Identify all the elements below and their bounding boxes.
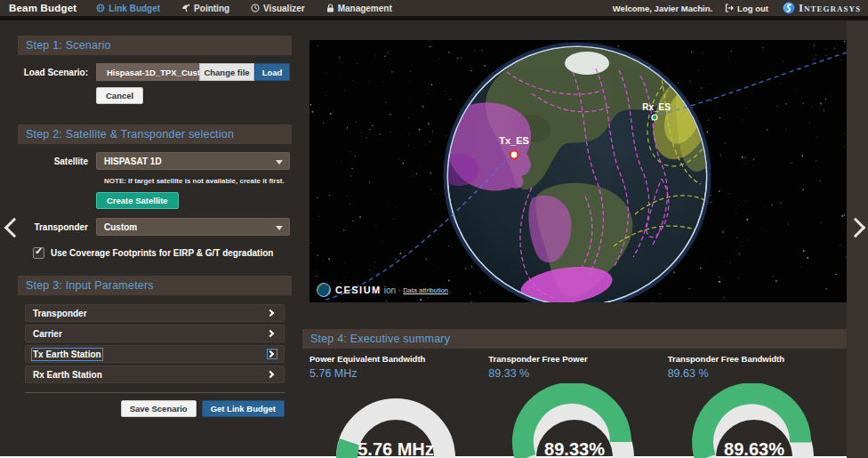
gauge-arc: 89.63%0100 [679,383,830,458]
integrasys-icon [783,2,795,14]
app-window: Beam Budget Link Budget Pointing V [0,0,868,458]
step3-panel: Step 3: Input Parameters Transponder Car… [18,276,292,417]
visualizer-icon [251,4,260,12]
logout-icon [725,4,734,12]
chevron-down-icon [276,160,283,165]
cesium-globe-viewport[interactable]: Tx_ES Rx_ES CESIUM ion Data attribution [309,40,847,302]
get-link-budget-button[interactable]: Get Link Budget [202,400,285,417]
gauge-value: 89.33 % [488,367,667,380]
nav-label: Management [338,4,392,13]
globe-icon [96,4,105,12]
step4-panel: Step 4: Executive summary Power Equivale… [302,329,847,458]
data-attribution-link[interactable]: Data attribution [403,286,448,294]
rx-earth-station-label: Rx_ES [642,102,671,112]
svg-text:89.63%: 89.63% [724,439,784,458]
chevron-right-icon [268,370,277,379]
gauge-transponder-free-power: Transponder Free Power 89.33 % 89.33%010… [488,349,667,458]
nav-link-budget[interactable]: Link Budget [85,0,171,16]
gauge-value: 89.63 % [668,367,847,380]
integrasys-logo[interactable]: Integrasys [783,1,861,15]
coverage-footprints-label: Use Coverage Footprints for EIRP & G/T d… [51,248,273,258]
transponder-label: Transponder [18,222,96,232]
gauge-title: Power Equivalent Bandwidth [309,354,488,364]
chevron-down-icon [276,226,283,230]
save-scenario-button[interactable]: Save Scenario [121,400,197,417]
change-file-button[interactable]: Change file [199,63,254,81]
gauge-arc: 89.33%0100 [499,383,650,458]
step2-panel: Step 2: Satellite & Transponder selectio… [18,125,292,259]
welcome-text: Welcome, Javier Machin. [613,4,712,13]
accordion-carrier[interactable]: Carrier [25,325,285,342]
step2-header: Step 2: Satellite & Transponder selectio… [18,125,292,144]
step1-panel: Step 1: Scenario Load Scenario: Hispasat… [18,36,292,104]
coverage-footprints-checkbox[interactable] [33,247,44,259]
nav-pointing[interactable]: Pointing [171,0,240,16]
cesium-wordmark: CESIUM [335,285,382,295]
step1-header: Step 1: Scenario [18,36,292,55]
navbar-shadow [0,16,868,20]
cesium-credit[interactable]: CESIUM ion Data attribution [317,283,448,297]
load-scenario-label: Load Scenario: [18,68,96,77]
gauge-arc: 5.76 MHz054 [320,383,471,458]
create-satellite-button[interactable]: Create Satellite [96,192,179,209]
globe-scene: Tx_ES Rx_ES [309,40,847,302]
nav-label: Visualizer [263,4,305,13]
satellite-select[interactable]: HISPASAT 1D [96,152,290,170]
tx-earth-station-label: Tx_ES [499,135,529,146]
cancel-button[interactable]: Cancel [96,87,143,104]
navbar-right: Welcome, Javier Machin. Log out Integ [613,1,868,15]
accordion-rx-earth-station[interactable]: Rx Earth Station [25,366,285,383]
gauge-title: Transponder Free Bandwidth [668,354,847,364]
gauge-value: 5.76 MHz [309,367,488,380]
scenario-file-input[interactable]: Hispasat-1D_TPX_Custom.json Change file … [96,63,290,81]
satellite-note: NOTE: If target satellite is not availab… [104,177,292,185]
logout-button[interactable]: Log out [725,4,768,13]
gauge-title: Transponder Free Power [488,354,667,364]
cesium-ion-label: ion [384,285,396,295]
cesium-icon [317,283,331,297]
gauge-power-equivalent-bandwidth: Power Equivalent Bandwidth 5.76 MHz 5.76… [309,349,488,458]
nav-visualizer[interactable]: Visualizer [240,0,316,16]
transponder-select[interactable]: Custom [96,218,290,236]
navbar: Beam Budget Link Budget Pointing V [0,0,868,16]
app-brand: Beam Budget [0,3,85,13]
nav-label: Pointing [194,4,229,13]
scenario-filename: Hispasat-1D_TPX_Custom.json [96,63,199,81]
lock-icon [326,4,334,12]
svg-text:89.33%: 89.33% [544,439,605,458]
logout-label: Log out [737,4,768,13]
accordion-tx-earth-station[interactable]: Tx Earth Station [25,345,285,363]
integrasys-wordmark: Integrasys [799,1,861,15]
load-button[interactable]: Load [254,63,290,81]
svg-text:5.76 MHz: 5.76 MHz [358,439,434,458]
nav-management[interactable]: Management [316,0,403,16]
dish-icon [181,4,190,12]
chevron-right-icon [268,350,277,358]
nav-label: Link Budget [108,4,160,13]
accordion-transponder[interactable]: Transponder [25,304,285,322]
chevron-right-icon [268,309,277,317]
chevron-right-icon [268,329,277,338]
step3-header: Step 3: Input Parameters [18,276,292,295]
clouds-greenland [565,52,609,75]
satellite-label: Satellite [18,157,96,166]
step4-header: Step 4: Executive summary [302,329,847,349]
gauge-transponder-free-bandwidth: Transponder Free Bandwidth 89.63 % 89.63… [668,349,847,458]
